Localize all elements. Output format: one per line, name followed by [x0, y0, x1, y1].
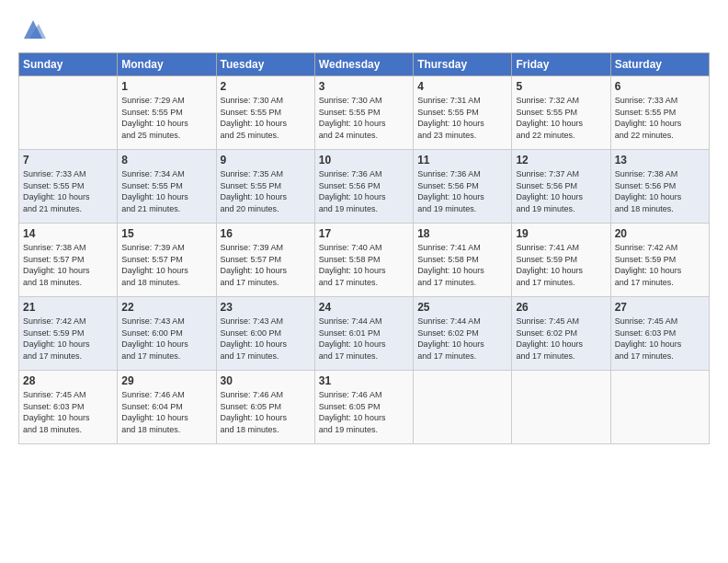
- week-row-3: 14Sunrise: 7:38 AM Sunset: 5:57 PM Dayli…: [19, 224, 710, 297]
- calendar-cell: 13Sunrise: 7:38 AM Sunset: 5:56 PM Dayli…: [610, 150, 709, 224]
- calendar-cell: 1Sunrise: 7:29 AM Sunset: 5:55 PM Daylig…: [118, 76, 216, 150]
- day-info: Sunrise: 7:33 AM Sunset: 5:55 PM Dayligh…: [23, 168, 113, 214]
- calendar-cell: [610, 371, 709, 444]
- day-number: 13: [615, 154, 705, 167]
- day-info: Sunrise: 7:38 AM Sunset: 5:56 PM Dayligh…: [615, 168, 705, 214]
- calendar-cell: 27Sunrise: 7:45 AM Sunset: 6:03 PM Dayli…: [610, 297, 709, 371]
- calendar-cell: 7Sunrise: 7:33 AM Sunset: 5:55 PM Daylig…: [19, 150, 118, 224]
- day-info: Sunrise: 7:46 AM Sunset: 6:05 PM Dayligh…: [319, 389, 409, 435]
- day-number: 19: [516, 227, 606, 240]
- day-info: Sunrise: 7:40 AM Sunset: 5:58 PM Dayligh…: [319, 242, 409, 288]
- calendar-cell: 19Sunrise: 7:41 AM Sunset: 5:59 PM Dayli…: [512, 224, 610, 297]
- week-row-5: 28Sunrise: 7:45 AM Sunset: 6:03 PM Dayli…: [19, 371, 710, 444]
- calendar-cell: 2Sunrise: 7:30 AM Sunset: 5:55 PM Daylig…: [216, 76, 314, 150]
- calendar-cell: 23Sunrise: 7:43 AM Sunset: 6:00 PM Dayli…: [216, 297, 314, 371]
- day-info: Sunrise: 7:38 AM Sunset: 5:57 PM Dayligh…: [23, 242, 113, 288]
- day-header-thursday: Thursday: [414, 53, 512, 76]
- day-header-sunday: Sunday: [19, 53, 118, 76]
- day-number: 14: [23, 227, 113, 240]
- calendar-cell: [19, 76, 118, 150]
- day-number: 17: [319, 227, 409, 240]
- calendar-cell: 12Sunrise: 7:37 AM Sunset: 5:56 PM Dayli…: [512, 150, 610, 224]
- day-info: Sunrise: 7:44 AM Sunset: 6:02 PM Dayligh…: [417, 316, 507, 362]
- day-number: 16: [221, 227, 311, 240]
- day-info: Sunrise: 7:39 AM Sunset: 5:57 PM Dayligh…: [121, 242, 211, 288]
- calendar-cell: 22Sunrise: 7:43 AM Sunset: 6:00 PM Dayli…: [118, 297, 216, 371]
- calendar-cell: 29Sunrise: 7:46 AM Sunset: 6:04 PM Dayli…: [118, 371, 216, 444]
- day-info: Sunrise: 7:29 AM Sunset: 5:55 PM Dayligh…: [121, 95, 211, 141]
- calendar-cell: 14Sunrise: 7:38 AM Sunset: 5:57 PM Dayli…: [19, 224, 118, 297]
- day-info: Sunrise: 7:43 AM Sunset: 6:00 PM Dayligh…: [221, 316, 311, 362]
- calendar-cell: 24Sunrise: 7:44 AM Sunset: 6:01 PM Dayli…: [314, 297, 413, 371]
- calendar-cell: 8Sunrise: 7:34 AM Sunset: 5:55 PM Daylig…: [118, 150, 216, 224]
- header-row: SundayMondayTuesdayWednesdayThursdayFrid…: [19, 53, 710, 76]
- day-number: 21: [23, 301, 113, 314]
- calendar-cell: 15Sunrise: 7:39 AM Sunset: 5:57 PM Dayli…: [118, 224, 216, 297]
- day-info: Sunrise: 7:41 AM Sunset: 5:59 PM Dayligh…: [516, 242, 606, 288]
- calendar-cell: 4Sunrise: 7:31 AM Sunset: 5:55 PM Daylig…: [414, 76, 512, 150]
- day-header-friday: Friday: [512, 53, 610, 76]
- day-info: Sunrise: 7:36 AM Sunset: 5:56 PM Dayligh…: [417, 168, 507, 214]
- day-number: 28: [23, 374, 113, 387]
- calendar-cell: 6Sunrise: 7:33 AM Sunset: 5:55 PM Daylig…: [610, 76, 709, 150]
- day-header-tuesday: Tuesday: [216, 53, 314, 76]
- day-number: 11: [417, 154, 507, 167]
- calendar-cell: 31Sunrise: 7:46 AM Sunset: 6:05 PM Dayli…: [314, 371, 413, 444]
- day-number: 10: [319, 154, 409, 167]
- day-number: 27: [615, 301, 705, 314]
- day-info: Sunrise: 7:30 AM Sunset: 5:55 PM Dayligh…: [319, 95, 409, 141]
- calendar-cell: 18Sunrise: 7:41 AM Sunset: 5:58 PM Dayli…: [414, 224, 512, 297]
- day-info: Sunrise: 7:32 AM Sunset: 5:55 PM Dayligh…: [516, 95, 606, 141]
- day-number: 18: [417, 227, 507, 240]
- day-number: 2: [221, 80, 311, 93]
- day-header-wednesday: Wednesday: [314, 53, 413, 76]
- calendar-table: SundayMondayTuesdayWednesdayThursdayFrid…: [18, 52, 710, 444]
- day-info: Sunrise: 7:30 AM Sunset: 5:55 PM Dayligh…: [221, 95, 311, 141]
- day-info: Sunrise: 7:45 AM Sunset: 6:03 PM Dayligh…: [615, 316, 705, 362]
- calendar-cell: 20Sunrise: 7:42 AM Sunset: 5:59 PM Dayli…: [610, 224, 709, 297]
- calendar-cell: 26Sunrise: 7:45 AM Sunset: 6:02 PM Dayli…: [512, 297, 610, 371]
- day-info: Sunrise: 7:45 AM Sunset: 6:03 PM Dayligh…: [23, 389, 113, 435]
- calendar-cell: 11Sunrise: 7:36 AM Sunset: 5:56 PM Dayli…: [414, 150, 512, 224]
- day-number: 31: [319, 374, 409, 387]
- week-row-4: 21Sunrise: 7:42 AM Sunset: 5:59 PM Dayli…: [19, 297, 710, 371]
- header: [18, 17, 710, 47]
- day-number: 5: [516, 80, 606, 93]
- calendar-cell: 17Sunrise: 7:40 AM Sunset: 5:58 PM Dayli…: [314, 224, 413, 297]
- calendar-cell: 30Sunrise: 7:46 AM Sunset: 6:05 PM Dayli…: [216, 371, 314, 444]
- calendar-cell: 28Sunrise: 7:45 AM Sunset: 6:03 PM Dayli…: [19, 371, 118, 444]
- calendar-cell: 10Sunrise: 7:36 AM Sunset: 5:56 PM Dayli…: [314, 150, 413, 224]
- day-number: 29: [121, 374, 211, 387]
- day-number: 25: [417, 301, 507, 314]
- day-info: Sunrise: 7:31 AM Sunset: 5:55 PM Dayligh…: [417, 95, 507, 141]
- day-number: 7: [23, 154, 113, 167]
- day-number: 3: [319, 80, 409, 93]
- day-number: 1: [121, 80, 211, 93]
- day-number: 20: [615, 227, 705, 240]
- day-number: 12: [516, 154, 606, 167]
- calendar-cell: 16Sunrise: 7:39 AM Sunset: 5:57 PM Dayli…: [216, 224, 314, 297]
- day-info: Sunrise: 7:42 AM Sunset: 5:59 PM Dayligh…: [23, 316, 113, 362]
- page-container: SundayMondayTuesdayWednesdayThursdayFrid…: [0, 0, 728, 454]
- day-info: Sunrise: 7:39 AM Sunset: 5:57 PM Dayligh…: [221, 242, 311, 288]
- calendar-cell: 3Sunrise: 7:30 AM Sunset: 5:55 PM Daylig…: [314, 76, 413, 150]
- day-number: 9: [221, 154, 311, 167]
- day-header-saturday: Saturday: [610, 53, 709, 76]
- day-info: Sunrise: 7:43 AM Sunset: 6:00 PM Dayligh…: [121, 316, 211, 362]
- week-row-2: 7Sunrise: 7:33 AM Sunset: 5:55 PM Daylig…: [19, 150, 710, 224]
- day-info: Sunrise: 7:42 AM Sunset: 5:59 PM Dayligh…: [615, 242, 705, 288]
- day-number: 8: [121, 154, 211, 167]
- calendar-cell: [512, 371, 610, 444]
- day-info: Sunrise: 7:35 AM Sunset: 5:55 PM Dayligh…: [221, 168, 311, 214]
- day-info: Sunrise: 7:33 AM Sunset: 5:55 PM Dayligh…: [615, 95, 705, 141]
- logo-icon: [20, 17, 46, 42]
- day-number: 15: [121, 227, 211, 240]
- calendar-cell: 9Sunrise: 7:35 AM Sunset: 5:55 PM Daylig…: [216, 150, 314, 224]
- calendar-cell: 25Sunrise: 7:44 AM Sunset: 6:02 PM Dayli…: [414, 297, 512, 371]
- day-number: 4: [417, 80, 507, 93]
- day-info: Sunrise: 7:34 AM Sunset: 5:55 PM Dayligh…: [121, 168, 211, 214]
- day-number: 22: [121, 301, 211, 314]
- day-info: Sunrise: 7:37 AM Sunset: 5:56 PM Dayligh…: [516, 168, 606, 214]
- day-number: 23: [221, 301, 311, 314]
- day-info: Sunrise: 7:45 AM Sunset: 6:02 PM Dayligh…: [516, 316, 606, 362]
